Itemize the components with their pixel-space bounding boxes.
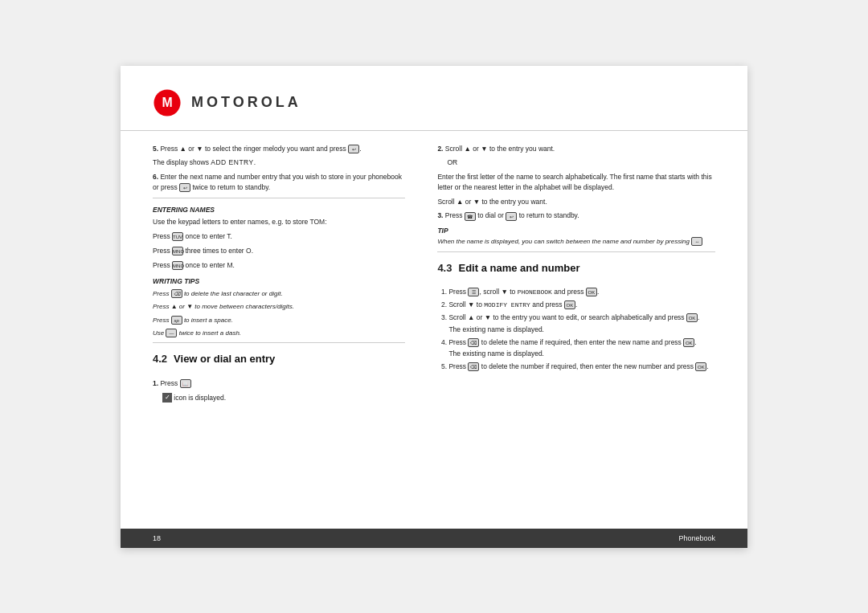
press-icon-2: ↩ bbox=[179, 183, 190, 192]
writing-tip4: Use — twice to insert a dash. bbox=[153, 329, 405, 337]
motorola-icon: M bbox=[153, 88, 182, 117]
writing-tip2: Press ▲ or ▼ to move between characters/… bbox=[153, 302, 405, 311]
right-step3: 3. Press ☎ to dial or ↩ to return to sta… bbox=[437, 210, 715, 221]
return-icon: ↩ bbox=[506, 212, 517, 221]
s43-step2: Scroll ▼ to MODIFY ENTRY and press OK. bbox=[448, 300, 715, 310]
writing-tips-heading: WRITING TIPS bbox=[153, 276, 405, 287]
press-o: Press MNO three times to enter O. bbox=[153, 246, 405, 256]
footer-section-name: Phonebook bbox=[678, 534, 715, 542]
step6: 6. Enter the next name and number entry … bbox=[153, 172, 405, 193]
ok-btn: OK bbox=[586, 288, 597, 296]
page: M MOTOROLA 5. Press ▲ or ▼ to select the… bbox=[121, 66, 747, 548]
page-number: 18 bbox=[153, 534, 161, 542]
check-icon: ✓ bbox=[162, 393, 172, 403]
phonebook-btn: 📖 bbox=[180, 379, 191, 388]
divider2 bbox=[153, 342, 405, 343]
right-step2-alt: Enter the first letter of the name to se… bbox=[437, 172, 715, 193]
right-column: 2. Scroll ▲ or ▼ to the entry you want. … bbox=[421, 131, 747, 529]
section42-icon-desc: ✓ icon is displayed. bbox=[153, 393, 405, 403]
del-btn2: ⌫ bbox=[468, 362, 479, 371]
section43-steps: Press ☰, scroll ▼ to PHONEBOOK and press… bbox=[437, 287, 715, 372]
key-t: TUV bbox=[172, 232, 183, 241]
writing-tip1: Press ⌫ to delete the last character or … bbox=[153, 289, 405, 298]
section42-step1: 1. Press 📖 bbox=[153, 378, 405, 389]
writing-tip3: Press sp to insert a space. bbox=[153, 316, 405, 325]
press-t: Press TUV once to enter T. bbox=[153, 231, 405, 242]
left-column: 5. Press ▲ or ▼ to select the ringer mel… bbox=[121, 131, 421, 529]
svg-text:M: M bbox=[162, 96, 172, 109]
divider3 bbox=[437, 251, 715, 252]
motorola-logo: M MOTOROLA bbox=[153, 88, 301, 117]
key-o: MNO bbox=[172, 247, 183, 255]
section-42-header: 4.2 View or dial an entry bbox=[153, 348, 405, 374]
del-btn: ⌫ bbox=[468, 338, 479, 347]
divider bbox=[153, 198, 405, 198]
tip-block: TIP When the name is displayed, you can … bbox=[437, 226, 715, 247]
ok-btn2: OK bbox=[564, 300, 575, 309]
press-m: Press MNO once to enter M. bbox=[153, 260, 405, 271]
dash-icon: — bbox=[166, 329, 177, 337]
display-shows: The display shows ADD ENTRY. bbox=[153, 157, 405, 168]
add-entry-text: ADD ENTRY bbox=[211, 158, 253, 166]
page-header: M MOTOROLA bbox=[121, 66, 747, 131]
dial-icon: ☎ bbox=[465, 212, 476, 221]
ok-btn3: OK bbox=[686, 313, 698, 322]
s43-step1: Press ☰, scroll ▼ to PHONEBOOK and press… bbox=[448, 287, 715, 297]
switch-icon: ↔ bbox=[691, 237, 702, 246]
press-icon: ↩ bbox=[348, 145, 359, 153]
s43-step3: Scroll ▲ or ▼ to the entry you want to e… bbox=[448, 313, 715, 335]
section-43-header: 4.3 Edit a name and number bbox=[437, 257, 715, 283]
entering-names-heading: ENTERING NAMES bbox=[153, 205, 405, 215]
page-footer: 18 Phonebook bbox=[121, 529, 747, 548]
entering-names-intro: Use the keypad letters to enter names, e… bbox=[153, 217, 405, 227]
right-step2-or: OR bbox=[437, 157, 715, 168]
s43-step4: Press ⌫ to delete the name if required, … bbox=[448, 337, 715, 360]
s43-step5: Press ⌫ to delete the number if required… bbox=[448, 362, 715, 372]
brand-name: MOTOROLA bbox=[191, 94, 301, 111]
key-m: MNO bbox=[172, 261, 183, 270]
ok-btn4: OK bbox=[683, 338, 694, 347]
page-content: 5. Press ▲ or ▼ to select the ringer mel… bbox=[121, 131, 747, 529]
right-step2-scroll: Scroll ▲ or ▼ to the entry you want. bbox=[437, 197, 715, 207]
step5: 5. Press ▲ or ▼ to select the ringer mel… bbox=[153, 144, 405, 154]
right-step2: 2. Scroll ▲ or ▼ to the entry you want. bbox=[437, 144, 715, 154]
delete-icon: ⌫ bbox=[171, 289, 182, 298]
ok-btn5: OK bbox=[695, 362, 706, 371]
menu-btn: ☰ bbox=[468, 288, 479, 296]
space-icon: sp bbox=[171, 316, 182, 325]
